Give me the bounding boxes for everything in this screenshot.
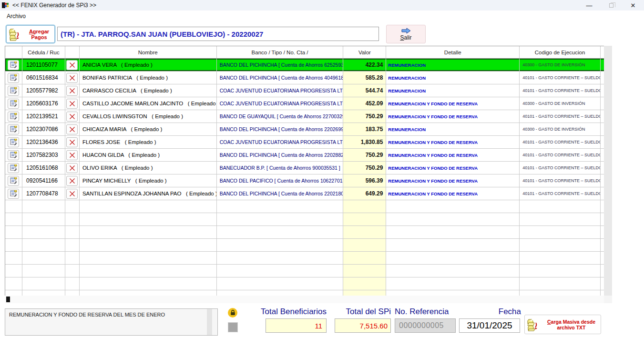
cell-codigo [520,213,601,225]
total-spi-label: Total del SPi [329,307,391,317]
edit-icon [10,100,17,107]
cell-nombre [80,226,217,238]
cell-sliver [601,72,604,84]
cell-valor [343,213,386,225]
cell-valor [343,277,386,290]
delete-row-button[interactable] [66,60,78,70]
cell-del [65,290,80,296]
empty-table-row [5,200,604,213]
menubar: Archivo [0,10,644,21]
cell-banco: BANCO DEL PICHINCHA [ Cuenta de Ahorros … [217,149,344,161]
delete-icon [69,191,75,197]
cell-banco [217,239,344,251]
cell-cedula: 1205577982 [22,84,65,97]
cell-codigo [520,200,601,213]
fecha-field[interactable] [459,318,520,333]
delete-row-button[interactable] [66,137,78,147]
empty-table-row [5,226,604,239]
horizontal-scrollbar-thumb[interactable] [6,297,10,302]
cell-sliver [601,136,604,148]
table-row[interactable]: 1205603176CASTILLO JACOME MARLON JACINTO… [5,97,604,110]
table-row[interactable]: 1202136436FLORES JOSE ( Empleado )COAC J… [5,136,604,149]
descripcion-scrollbar[interactable] [207,309,212,335]
delete-row-button[interactable] [66,189,78,199]
delete-row-button[interactable] [66,124,78,134]
edit-row-button[interactable] [8,189,19,199]
salir-button[interactable]: Salir [386,25,426,43]
empty-table-row [5,239,604,252]
edit-row-button[interactable] [8,99,19,109]
maximize-button[interactable] [600,0,622,10]
edit-row-button[interactable] [8,137,19,147]
column-header-sliver [601,46,604,58]
cell-valor [343,200,386,213]
payments-grid: Cédula / RucNombreBanco / Tipo / No. Cta… [5,46,604,296]
cell-sliver [601,187,604,200]
table-row[interactable]: 0601516834BONIFAS PATRICIA ( Empleado )B… [5,72,604,84]
minimize-button[interactable]: — [578,0,600,10]
delete-row-button[interactable] [66,176,78,186]
edit-row-button[interactable] [8,112,19,122]
cell-valor: 750.29 [343,162,386,174]
cell-nombre: HUACON GILDA ( Empleado ) [80,149,217,161]
agregar-label-line1: Agregar [29,29,49,34]
table-row-selected[interactable]: 1201105077ANICIA VERA ( Empleado )BANCO … [5,59,604,72]
table-row[interactable]: 1205577982CARRASCO CECILIA ( Empleado )C… [5,84,604,97]
cell-nombre: CHICAIZA MARIA ( Empleado ) [80,123,217,135]
menu-archivo[interactable]: Archivo [5,12,28,20]
cell-sliver [601,239,604,251]
descripcion-textarea[interactable]: REMUNERACION Y FONDO DE RESERVA DEL MES … [5,308,218,336]
table-row[interactable]: 1202307086CHICAIZA MARIA ( Empleado )BAN… [5,123,604,136]
cell-detalle [386,213,520,225]
cell-valor: 183.75 [343,123,386,135]
delete-row-button[interactable] [66,150,78,160]
carga-label-line2: archivo TXT [557,325,585,330]
table-row[interactable]: 1207708478SANTILLAN ESPINOZA JOHANNA PAO… [5,187,604,200]
table-row[interactable]: 1202139521CEVALLOS LIWINSGTON ( Empleado… [5,110,604,123]
cell-sliver [601,200,604,213]
table-row[interactable]: 1205161068OLIVO ERIKA ( Empleado )BANECU… [5,162,604,174]
empty-table-row [5,252,604,265]
cell-sliver [601,110,604,123]
delete-row-button[interactable] [66,99,78,109]
cell-detalle: REMUNERACION Y FONDO DE RESERVA [386,149,520,161]
edit-row-button[interactable] [8,176,19,186]
vertical-scrollbar[interactable] [604,46,612,296]
table-row[interactable]: 0920541166PINCAY MICHELLY ( Empleado )BA… [5,174,604,187]
cell-banco [217,277,344,290]
cell-del [65,277,80,290]
edit-row-button[interactable] [8,73,19,83]
bulk-load-folders-icon [527,318,542,332]
edit-row-button[interactable] [8,60,19,70]
cell-banco: BANCO DEL PACIFICO [ Cuenta de Ahorros 1… [217,174,344,187]
empty-table-row [5,213,604,226]
cell-sliver [601,265,604,277]
edit-icon [10,126,17,133]
cell-edit [5,174,22,187]
column-header-codigo: Codigo de Ejecucion [520,46,601,58]
cell-edit [5,277,22,290]
carga-masiva-button[interactable]: Carga Masiva desde archivo TXT [524,315,601,334]
cell-codigo [520,239,601,251]
edit-row-button[interactable] [8,150,19,160]
cell-del [65,239,80,251]
cell-edit [5,252,22,264]
edit-row-button[interactable] [8,124,19,134]
edit-row-button[interactable] [8,86,19,96]
cell-detalle [386,252,520,264]
horizontal-scrollbar[interactable] [5,296,604,303]
delete-row-button[interactable] [66,163,78,173]
edit-row-button[interactable] [8,163,19,173]
lock-icon[interactable] [228,308,237,318]
agregar-pagos-button[interactable]: Agregar Pagos [6,25,55,43]
edit-icon [10,87,17,94]
delete-row-button[interactable] [66,73,78,83]
cell-valor [343,252,386,264]
delete-row-button[interactable] [66,86,78,96]
entity-field[interactable] [57,27,379,41]
delete-row-button[interactable] [66,112,78,122]
cell-valor: 452.09 [343,97,386,110]
cell-cedula: 1202307086 [22,123,65,135]
table-row[interactable]: 1207582303HUACON GILDA ( Empleado )BANCO… [5,149,604,162]
close-button[interactable]: ✕ [622,0,644,10]
